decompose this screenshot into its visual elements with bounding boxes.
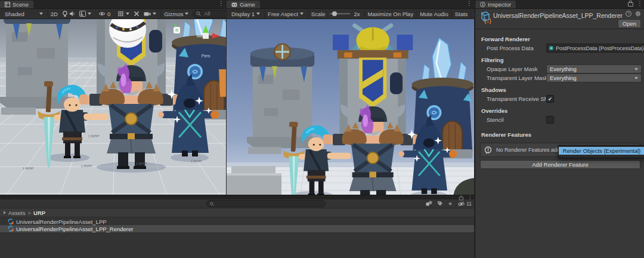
scene-gizmos-dropdown[interactable]: Gizmos xyxy=(160,10,191,18)
transparent-receive-shadows-checkbox[interactable]: ✔ xyxy=(546,95,554,103)
scene-tool-settings-button[interactable] xyxy=(134,10,140,18)
breadcrumb-foldout-icon[interactable] xyxy=(4,211,6,214)
pipeline-asset-icon xyxy=(8,226,14,232)
project-breadcrumb: Assets > URP xyxy=(0,208,474,217)
chevron-down-icon xyxy=(126,13,129,15)
perspective-label: Pers xyxy=(202,54,210,58)
tab-inspector[interactable]: Inspector xyxy=(475,1,516,8)
svg-text:{..}: {..} xyxy=(484,18,491,24)
saved-search-star-icon[interactable]: ★ xyxy=(448,201,453,207)
inspector-header: {..} UniversalRenderPipelineAsset_LPP_Re… xyxy=(475,9,644,29)
shading-mode-dropdown[interactable]: Shaded xyxy=(2,10,46,18)
inspector-asset-title: UniversalRenderPipelineAsset_LPP_Rendere… xyxy=(493,12,623,19)
post-process-data-field[interactable]: PostProcessData (PostProcessData) xyxy=(546,44,644,53)
stencil-label: Stencil xyxy=(480,116,546,123)
grid-icon xyxy=(117,11,124,17)
grid-label: 1 Meter xyxy=(81,164,92,168)
scene-viewport[interactable]: 1 Meter 1 Meter 1 Meter 1 Meter 1 Meter … xyxy=(0,19,226,196)
breadcrumb-separator: > xyxy=(28,210,32,216)
chevron-down-icon xyxy=(153,13,156,15)
help-icon[interactable]: ? xyxy=(626,11,631,17)
chevron-down-icon xyxy=(634,68,638,70)
hidden-count-toggle[interactable]: 11 xyxy=(457,201,472,207)
effects-icon xyxy=(79,11,86,17)
gear-icon[interactable] xyxy=(635,11,641,17)
asset-row-pipeline-renderer[interactable]: UniversalRenderPipelineAsset_LPP_Rendere… xyxy=(0,225,474,232)
project-search-input[interactable] xyxy=(216,200,314,207)
breadcrumb-current-folder[interactable]: URP xyxy=(33,210,45,216)
aspect-ratio-dropdown[interactable]: Free Aspect xyxy=(264,10,306,18)
inspector-tab-label: Inspector xyxy=(488,1,511,8)
search-icon xyxy=(196,11,201,16)
section-filtering: Filtering xyxy=(481,57,642,63)
project-menu-kebab-icon[interactable]: ⋮ xyxy=(467,195,472,201)
section-overrides: Overrides xyxy=(481,108,642,114)
search-icon xyxy=(210,202,214,206)
game-menu-kebab-icon[interactable]: ⋮ xyxy=(466,1,472,7)
breadcrumb-assets[interactable]: Assets xyxy=(8,210,26,216)
maximize-on-play-button[interactable]: Maximize On Play xyxy=(364,10,417,18)
scene-camera-dropdown[interactable] xyxy=(141,10,159,18)
game-toolbar: Display 1 Free Aspect Scale 2x Maximize … xyxy=(227,9,474,19)
grid-label: 1 Meter xyxy=(191,159,202,163)
chevron-down-icon xyxy=(185,13,188,15)
scene-audio-button[interactable] xyxy=(69,10,75,18)
search-by-label-icon[interactable] xyxy=(437,201,443,207)
svg-text:?: ? xyxy=(627,11,630,16)
project-search-field[interactable] xyxy=(206,200,326,207)
open-button[interactable]: Open xyxy=(618,19,641,28)
2d-toggle-button[interactable]: 2D xyxy=(47,10,61,18)
tool-cross-icon xyxy=(134,11,140,17)
game-render xyxy=(227,19,474,196)
asset-name: UniversalRenderPipelineAsset_LPP_Rendere… xyxy=(16,226,133,232)
chevron-down-icon xyxy=(88,13,91,15)
chevron-down-icon xyxy=(256,13,260,15)
info-bubble-icon xyxy=(484,146,492,154)
scene-visibility-toggle[interactable]: 0 xyxy=(95,10,113,18)
scene-effects-dropdown[interactable] xyxy=(76,10,94,18)
stencil-checkbox[interactable] xyxy=(546,116,554,124)
display-dropdown[interactable]: Display 1 xyxy=(228,10,263,18)
game-viewport[interactable] xyxy=(227,19,474,196)
lock-icon[interactable] xyxy=(459,197,463,201)
opaque-layer-mask-label: Opaque Layer Mask xyxy=(480,66,546,72)
mute-audio-button[interactable]: Mute Audio xyxy=(416,10,451,18)
transparent-layer-mask-dropdown[interactable]: Everything xyxy=(546,73,642,82)
scene-menu-kebab-icon[interactable]: ⋮ xyxy=(218,1,224,7)
pipeline-asset-icon xyxy=(8,219,14,225)
project-panel: ⋮ ★ xyxy=(0,195,474,258)
scale-value: 2x xyxy=(354,11,360,17)
search-by-type-icon[interactable] xyxy=(426,201,432,207)
tab-scene[interactable]: Scene xyxy=(0,1,33,8)
unity-editor-window: Scene ⋮ Shaded 2D xyxy=(0,0,644,258)
popup-item-render-objects[interactable]: Render Objects (Experimental) xyxy=(559,147,644,155)
game-tab-label: Game xyxy=(240,1,255,8)
lock-icon[interactable] xyxy=(628,2,633,7)
stone-steps xyxy=(227,166,281,196)
scene-tab-label: Scene xyxy=(13,1,29,8)
scale-slider[interactable] xyxy=(330,13,350,14)
project-toolbar: ★ 11 xyxy=(0,199,474,208)
asset-row-pipeline-asset[interactable]: UniversalRenderPipelineAsset_LPP xyxy=(0,218,474,225)
stats-button[interactable]: Stats xyxy=(451,10,471,18)
no-features-message: No Renderer Features added xyxy=(496,147,566,153)
transparent-layer-mask-label: Transparent Layer Mask xyxy=(480,75,546,81)
opaque-layer-mask-dropdown[interactable]: Everything xyxy=(546,64,642,73)
inspector-menu-kebab-icon[interactable]: ⋮ xyxy=(637,1,643,7)
tab-game[interactable]: Game xyxy=(227,1,260,8)
scale-control: Scale 2x xyxy=(308,10,363,18)
hidden-count-value: 11 xyxy=(466,201,472,207)
post-process-data-label: Post Process Data xyxy=(480,45,546,51)
scene-grid-dropdown[interactable] xyxy=(114,10,132,18)
camera-icon xyxy=(144,11,151,17)
grid-label: 1 Meter xyxy=(136,161,147,165)
renderer-asset-icon: {..} xyxy=(478,11,491,24)
post-process-asset-icon xyxy=(549,45,554,51)
speaker-icon xyxy=(69,11,75,17)
scale-slider-knob[interactable] xyxy=(332,11,337,16)
scene-lighting-button[interactable] xyxy=(62,10,68,18)
add-renderer-feature-button[interactable]: Add Renderer Feature xyxy=(480,160,640,169)
scene-panel: Scene ⋮ Shaded 2D xyxy=(0,0,226,196)
scene-tabstrip: Scene ⋮ xyxy=(0,0,226,9)
game-tabstrip: Game ⋮ xyxy=(227,0,474,9)
